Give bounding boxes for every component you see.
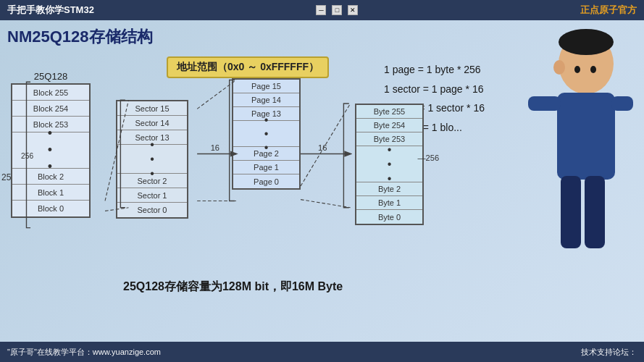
svg-line-9 xyxy=(301,200,351,208)
block-row-dots: ••• xyxy=(12,132,89,169)
sectors-column: Sector 15 Sector 14 Sector 13 ••• Sector… xyxy=(116,100,188,219)
blocks-column: 25Q128 Block 255 Block 254 Block 253 •••… xyxy=(11,71,91,218)
window-title: 手把手教你学STM32 xyxy=(7,4,94,17)
block-row: Block 254 xyxy=(12,101,89,117)
svg-line-8 xyxy=(301,104,351,186)
brand-logo: 正点原子官方 xyxy=(580,4,637,17)
sector-row: Sector 14 xyxy=(117,116,187,130)
page-row: Page 2 xyxy=(233,147,299,161)
sector-row-dots: ••• xyxy=(117,145,187,174)
byte-row: Byte 1 xyxy=(356,196,422,210)
person-silhouette xyxy=(499,20,644,339)
main-content: NM25Q128存储结构 地址范围（0x0 ～ 0xFFFFFF） 1 page… xyxy=(0,20,644,342)
page-row: Page 15 xyxy=(233,80,299,93)
maximize-button[interactable]: □ xyxy=(332,5,342,15)
bottom-left-text: "原子哥"在线教学平台：www.yuanzige.com xyxy=(7,347,161,358)
page-row: Page 1 xyxy=(233,161,299,174)
diagram-area: 256— 25Q128 Block 255 Block 254 Block 25… xyxy=(0,56,499,298)
svg-point-20 xyxy=(553,60,565,75)
sector-row: Sector 1 xyxy=(117,188,187,203)
svg-point-22 xyxy=(590,66,596,73)
minimize-button[interactable]: ─ xyxy=(316,5,326,15)
diagram-caption: 25Q128存储容量为128M bit，即16M Byte xyxy=(123,279,343,295)
svg-rect-17 xyxy=(561,176,581,248)
svg-rect-15 xyxy=(528,96,561,111)
byte-row: Byte 2 xyxy=(356,182,422,196)
byte-container: Byte 255 Byte 254 Byte 253 ••• Byte 2 By… xyxy=(355,104,424,225)
svg-line-4 xyxy=(197,80,236,109)
svg-text:16: 16 xyxy=(318,143,327,152)
sector-row: Sector 2 xyxy=(117,174,187,188)
sector-container: Sector 15 Sector 14 Sector 13 ••• Sector… xyxy=(116,100,188,219)
sector-row: Sector 0 xyxy=(117,203,187,217)
block-row: Block 255 xyxy=(12,85,89,101)
svg-text:16: 16 xyxy=(211,143,219,152)
svg-rect-18 xyxy=(585,176,605,248)
block-row: Block 1 xyxy=(12,185,89,201)
bottom-right-text: 技术支持论坛： xyxy=(581,347,637,358)
block-row: Block 0 xyxy=(12,201,89,216)
page-container: Page 15 Page 14 Page 13 ••• Page 2 Page … xyxy=(232,78,301,190)
byte-row: Byte 0 xyxy=(356,210,422,224)
title-bar: 手把手教你学STM32 ─ □ ✕ 正点原子官方 xyxy=(0,0,644,20)
bytes-column: Byte 255 Byte 254 Byte 253 ••• Byte 2 By… xyxy=(355,104,424,225)
byte-row-dots: ••• xyxy=(356,146,422,182)
byte-row: Byte 255 xyxy=(356,105,422,119)
person-area xyxy=(499,20,644,342)
svg-point-19 xyxy=(559,29,614,55)
page-row-dots: ••• xyxy=(233,121,299,147)
svg-point-21 xyxy=(574,66,580,73)
blocks-column-label: 25Q128 xyxy=(11,71,91,82)
page-row: Page 0 xyxy=(233,174,299,188)
svg-rect-14 xyxy=(557,93,615,180)
sector-row: Sector 15 xyxy=(117,101,187,116)
pages-column: Page 15 Page 14 Page 13 ••• Page 2 Page … xyxy=(232,78,301,190)
svg-rect-16 xyxy=(611,96,633,111)
page-row: Page 14 xyxy=(233,93,299,107)
page-title: NM25Q128存储结构 xyxy=(7,26,153,48)
bottom-bar: "原子哥"在线教学平台：www.yuanzige.com 技术支持论坛： xyxy=(0,342,644,362)
window-controls[interactable]: ─ □ ✕ xyxy=(316,5,358,15)
block-container: Block 255 Block 254 Block 253 ••• Block … xyxy=(11,83,91,218)
close-button[interactable]: ✕ xyxy=(348,5,358,15)
byte-row: Byte 254 xyxy=(356,119,422,132)
